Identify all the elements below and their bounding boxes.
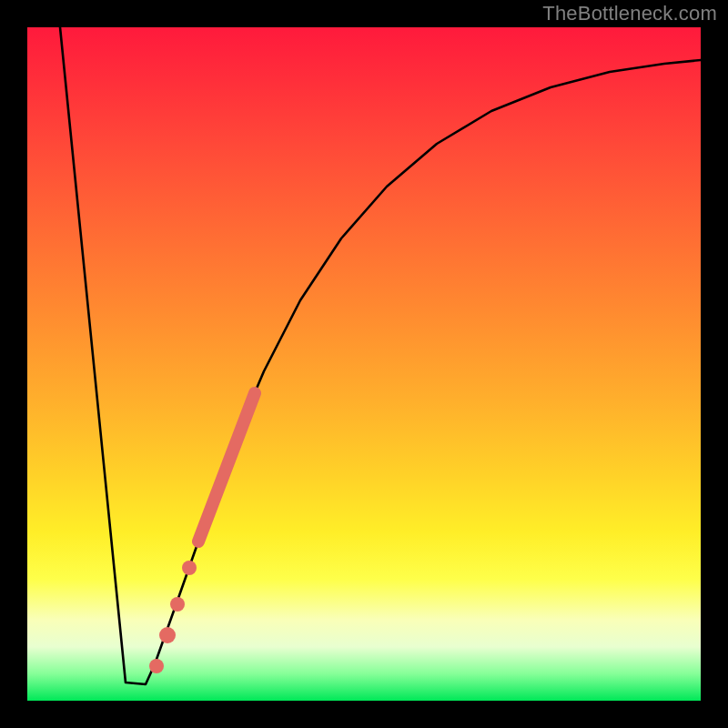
highlight-dot — [182, 561, 197, 575]
highlight-dot — [170, 597, 185, 612]
curve-layer — [27, 27, 701, 701]
watermark-text: TheBottleneck.com — [542, 2, 717, 25]
highlight-dot — [159, 627, 176, 643]
bottleneck-curve — [60, 27, 701, 684]
chart-frame: TheBottleneck.com — [0, 0, 728, 728]
plot-area — [27, 27, 701, 701]
highlight-dot — [149, 659, 164, 673]
highlight-segment-main — [198, 393, 255, 541]
